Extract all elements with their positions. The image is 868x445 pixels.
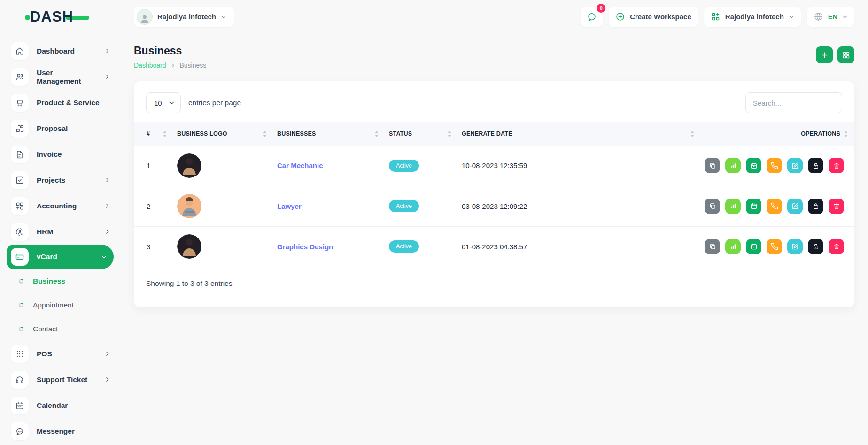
calendar-button[interactable] [746, 199, 761, 214]
table-row: 2 Lawyer Active 03-08-2023 12:09:22 [134, 186, 854, 226]
sidebar-item-label: Support Ticket [37, 376, 87, 384]
sort-icon[interactable] [844, 131, 848, 137]
brand-logo-text: DASH [30, 8, 73, 25]
copy-button[interactable] [705, 239, 720, 254]
language-menu-button[interactable]: EN [807, 7, 854, 27]
chevron-down-icon [101, 254, 107, 260]
accounting-icon [11, 197, 29, 215]
lock-button[interactable] [808, 158, 823, 173]
column-header-operations[interactable]: OPERATIONS [705, 122, 854, 146]
statistics-button[interactable] [725, 199, 741, 214]
sidebar-subitem-business[interactable]: Business [0, 269, 119, 293]
search-input[interactable] [745, 92, 842, 113]
copy-button[interactable] [705, 199, 720, 214]
home-icon [11, 42, 29, 60]
calendar-button[interactable] [746, 158, 761, 173]
lock-button[interactable] [808, 239, 823, 254]
sidebar-item-pos[interactable]: POS [0, 341, 119, 367]
sidebar-item-dashboard[interactable]: Dashboard [0, 38, 119, 64]
column-header-generate-date[interactable]: GENERATE DATE [462, 122, 705, 146]
sidebar-item-support-ticket[interactable]: Support Ticket [0, 367, 119, 392]
business-name-link[interactable]: Car Mechanic [277, 161, 323, 169]
business-name-link[interactable]: Lawyer [277, 202, 302, 210]
sidebar-item-product-service[interactable]: Product & Service [0, 90, 119, 115]
workspace-menu-label: Rajodiya infotech [725, 13, 784, 21]
language-label: EN [828, 13, 837, 21]
add-business-button[interactable] [816, 46, 833, 63]
sort-icon[interactable] [263, 131, 267, 137]
business-name-link[interactable]: Graphics Design [277, 243, 333, 251]
topbar-actions: 0 Create Workspace Rajodiya infotech EN [581, 7, 854, 27]
generate-date: 03-08-2023 12:09:22 [462, 186, 705, 226]
statistics-button[interactable] [725, 239, 741, 254]
business-table: # BUSINESS LOGO BUSINESSES STATUS GENERA… [134, 122, 854, 267]
sidebar-subitem-label: Business [33, 277, 65, 285]
breadcrumb-current: Business [180, 61, 207, 69]
delete-button[interactable] [829, 158, 844, 173]
delete-button[interactable] [829, 199, 844, 214]
edit-button[interactable] [787, 239, 803, 254]
sidebar-item-accounting[interactable]: Accounting [0, 193, 119, 219]
chevron-down-icon [221, 14, 226, 20]
sort-icon[interactable] [448, 131, 451, 137]
bullet-icon [19, 303, 23, 307]
statistics-button[interactable] [725, 158, 741, 173]
messages-button[interactable]: 0 [581, 7, 603, 27]
proposal-icon [11, 120, 29, 138]
row-operations [705, 199, 844, 214]
user-menu-button[interactable]: Rajodiya infotech [134, 7, 234, 27]
table-row: 3 Graphics Design Active 01-08-2023 04:3… [134, 226, 854, 267]
page-actions [816, 46, 854, 63]
sidebar-item-vcard[interactable]: vCard [7, 245, 114, 269]
sort-icon[interactable] [375, 131, 379, 137]
entries-per-page-select[interactable]: 10 [146, 92, 181, 113]
sidebar-item-hrm[interactable]: HRM [0, 219, 119, 245]
create-workspace-button[interactable]: Create Workspace [609, 7, 698, 27]
status-badge: Active [389, 200, 419, 212]
chevron-right-icon [104, 177, 110, 183]
sidebar-item-label: Accounting [37, 202, 77, 210]
sort-icon[interactable] [163, 131, 167, 137]
sidebar-item-invoice[interactable]: Invoice [0, 141, 119, 167]
sidebar-item-proposal[interactable]: Proposal [0, 115, 119, 141]
sidebar-item-messenger[interactable]: Messenger [0, 418, 119, 444]
edit-button[interactable] [787, 158, 803, 173]
page-content: Business Dashboard Business 10 entries p… [119, 33, 868, 445]
sidebar-subitem-contact[interactable]: Contact [0, 317, 119, 341]
workspace-menu-button[interactable]: Rajodiya infotech [704, 7, 801, 27]
chevron-down-icon [789, 14, 794, 20]
call-button[interactable] [767, 199, 782, 214]
calendar-button[interactable] [746, 239, 761, 254]
business-logo-image [177, 234, 202, 259]
main-area: Rajodiya infotech 0 Create Workspace Raj… [119, 0, 868, 445]
chevron-right-icon [104, 74, 110, 80]
column-header-status[interactable]: STATUS [389, 122, 462, 146]
workspace-grid-icon [711, 12, 721, 22]
avatar [137, 9, 153, 25]
call-button[interactable] [767, 158, 782, 173]
grid-view-button[interactable] [837, 46, 854, 63]
table-row: 1 Car Mechanic Active 10-08-2023 12:35:5… [134, 146, 854, 186]
chevron-down-icon [169, 100, 175, 106]
delete-button[interactable] [829, 239, 844, 254]
brand-logo[interactable]: DASH [0, 0, 119, 33]
sidebar-subitem-appointment[interactable]: Appointment [0, 293, 119, 317]
column-header-index[interactable]: # [134, 122, 177, 146]
chevron-right-icon [104, 229, 110, 235]
hrm-icon [11, 223, 29, 241]
column-header-businesses[interactable]: BUSINESSES [277, 122, 389, 146]
copy-button[interactable] [705, 158, 720, 173]
column-header-business-logo[interactable]: BUSINESS LOGO [177, 122, 277, 146]
lock-button[interactable] [808, 199, 823, 214]
entries-per-page-value: 10 [154, 99, 162, 107]
sidebar-item-calendar[interactable]: Calendar [0, 392, 119, 418]
edit-button[interactable] [787, 199, 803, 214]
breadcrumb-dashboard-link[interactable]: Dashboard [134, 61, 166, 69]
chevron-right-icon [170, 63, 176, 68]
sidebar-item-projects[interactable]: Projects [0, 167, 119, 193]
call-button[interactable] [767, 239, 782, 254]
users-icon [11, 68, 29, 86]
sidebar-item-user-management[interactable]: User Management [0, 64, 119, 90]
sort-icon[interactable] [690, 131, 694, 137]
table-header-row: # BUSINESS LOGO BUSINESSES STATUS GENERA… [134, 122, 854, 146]
